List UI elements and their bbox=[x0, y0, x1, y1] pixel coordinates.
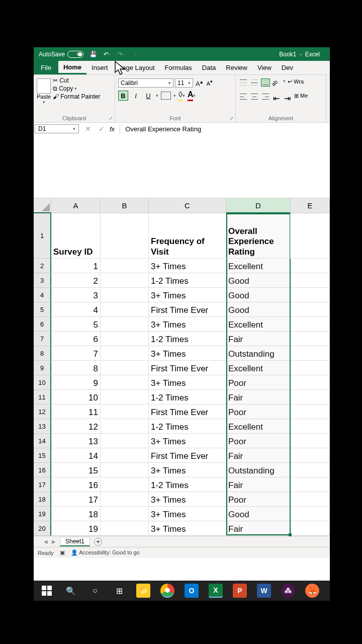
save-icon[interactable]: 💾 bbox=[88, 50, 98, 59]
italic-button[interactable]: I bbox=[131, 91, 141, 101]
align-left-button[interactable] bbox=[239, 93, 248, 101]
paste-button[interactable]: Paste ▾ bbox=[37, 76, 51, 105]
font-size-dropdown[interactable]: 11▾ bbox=[175, 78, 193, 88]
customize-qat-icon[interactable]: ▾ bbox=[131, 50, 140, 59]
cell[interactable] bbox=[291, 405, 330, 419]
row-header[interactable]: 10 bbox=[34, 375, 51, 390]
cell[interactable] bbox=[291, 213, 330, 259]
tab-view[interactable]: View bbox=[252, 61, 277, 74]
redo-icon[interactable]: ↷▾ bbox=[117, 50, 126, 59]
format-painter-button[interactable]: 🖌Format Painter bbox=[53, 93, 100, 100]
row-header[interactable]: 5 bbox=[34, 302, 51, 317]
cell[interactable] bbox=[291, 390, 330, 405]
cell[interactable]: 1-2 Times bbox=[149, 332, 226, 346]
cell[interactable]: 13 bbox=[51, 434, 101, 448]
enter-formula-icon[interactable]: ✓ bbox=[99, 125, 105, 133]
cell[interactable] bbox=[101, 375, 149, 390]
cell[interactable]: 4 bbox=[51, 302, 101, 317]
cell[interactable]: 17 bbox=[51, 492, 101, 507]
cell[interactable]: 3+ Times bbox=[149, 317, 226, 332]
row-header[interactable]: 2 bbox=[34, 259, 51, 273]
tab-data[interactable]: Data bbox=[197, 61, 221, 74]
cell[interactable] bbox=[291, 346, 330, 361]
cell[interactable]: 3 bbox=[51, 288, 101, 302]
powerpoint-icon[interactable]: P bbox=[230, 581, 250, 601]
start-button[interactable] bbox=[37, 581, 57, 601]
cell[interactable] bbox=[101, 405, 149, 419]
cell[interactable]: Poor bbox=[226, 375, 291, 390]
cell[interactable]: 3+ Times bbox=[149, 507, 226, 521]
orientation-button[interactable]: ab bbox=[270, 76, 283, 89]
cell[interactable]: 10 bbox=[51, 390, 101, 405]
spreadsheet-grid[interactable]: 1234567891011121314151617181920 A B C D … bbox=[34, 198, 330, 536]
cell[interactable]: Poor bbox=[226, 434, 291, 448]
cell[interactable]: 8 bbox=[51, 361, 101, 375]
borders-button[interactable] bbox=[161, 92, 171, 100]
cell[interactable] bbox=[291, 259, 330, 273]
align-middle-button[interactable] bbox=[250, 78, 259, 87]
cell[interactable]: Good bbox=[226, 302, 291, 317]
cell[interactable] bbox=[291, 492, 330, 507]
cell[interactable]: Good bbox=[226, 273, 291, 288]
cell[interactable]: 14 bbox=[51, 448, 101, 463]
cell[interactable] bbox=[101, 492, 149, 507]
tab-formulas[interactable]: Formulas bbox=[160, 61, 197, 74]
cell[interactable]: 3+ Times bbox=[149, 521, 226, 536]
cell[interactable]: 16 bbox=[51, 477, 101, 492]
cell[interactable] bbox=[101, 434, 149, 448]
cell[interactable] bbox=[101, 288, 149, 302]
underline-button[interactable]: U bbox=[143, 91, 153, 101]
cell[interactable] bbox=[101, 477, 149, 492]
cell[interactable] bbox=[101, 346, 149, 361]
cell[interactable] bbox=[101, 463, 149, 477]
firefox-icon[interactable]: 🦊 bbox=[302, 581, 322, 601]
cell[interactable]: Outstanding bbox=[226, 346, 291, 361]
row-header[interactable]: 1 bbox=[34, 213, 51, 259]
cell[interactable]: 3+ Times bbox=[149, 492, 226, 507]
cell[interactable] bbox=[101, 302, 149, 317]
wrap-text-button[interactable]: ↩ Wra bbox=[288, 78, 304, 88]
cell[interactable]: 15 bbox=[51, 463, 101, 477]
cell[interactable]: Fair bbox=[226, 477, 291, 492]
row-header[interactable]: 7 bbox=[34, 332, 51, 346]
excel-icon[interactable]: X bbox=[206, 581, 226, 601]
cell[interactable]: 3+ Times bbox=[149, 434, 226, 448]
col-header-a[interactable]: A bbox=[51, 198, 101, 213]
row-header[interactable]: 4 bbox=[34, 288, 51, 302]
row-header[interactable]: 18 bbox=[34, 492, 51, 507]
cell[interactable]: 3+ Times bbox=[149, 375, 226, 390]
col-header-d[interactable]: D bbox=[226, 198, 291, 213]
row-header[interactable]: 9 bbox=[34, 361, 51, 375]
row-header[interactable]: 13 bbox=[34, 419, 51, 434]
cell[interactable]: Poor bbox=[226, 492, 291, 507]
row-header[interactable]: 17 bbox=[34, 477, 51, 492]
task-view-icon[interactable]: ⊞ bbox=[109, 581, 129, 601]
cell[interactable] bbox=[291, 507, 330, 521]
accessibility-status[interactable]: 👤 Accessibility: Good to go bbox=[71, 549, 140, 556]
row-header[interactable]: 12 bbox=[34, 405, 51, 419]
cell[interactable] bbox=[291, 375, 330, 390]
cell[interactable]: 1 bbox=[51, 259, 101, 273]
word-icon[interactable]: W bbox=[254, 581, 274, 601]
cell[interactable] bbox=[291, 477, 330, 492]
cell[interactable] bbox=[101, 361, 149, 375]
font-color-button[interactable]: A▾ bbox=[188, 90, 196, 101]
cell[interactable]: 5 bbox=[51, 317, 101, 332]
cell[interactable] bbox=[101, 317, 149, 332]
cell[interactable]: First Time Ever bbox=[149, 302, 226, 317]
align-right-button[interactable] bbox=[261, 93, 270, 101]
cell[interactable]: Fair bbox=[226, 390, 291, 405]
cell[interactable]: Fair bbox=[226, 448, 291, 463]
increase-indent-button[interactable]: ⇥ bbox=[283, 93, 292, 101]
tab-file[interactable]: File bbox=[34, 61, 58, 74]
col-header-e[interactable]: E bbox=[291, 198, 330, 213]
cell[interactable] bbox=[101, 390, 149, 405]
sheet-tab-sheet1[interactable]: Sheet1 bbox=[60, 537, 90, 546]
cell[interactable] bbox=[291, 317, 330, 332]
cell[interactable]: First Time Ever bbox=[149, 405, 226, 419]
cell[interactable] bbox=[291, 521, 330, 536]
cell[interactable]: Excellent bbox=[226, 259, 291, 273]
row-header[interactable]: 8 bbox=[34, 346, 51, 361]
macro-recorder-icon[interactable]: ▣ bbox=[60, 549, 65, 556]
cell[interactable]: 18 bbox=[51, 507, 101, 521]
